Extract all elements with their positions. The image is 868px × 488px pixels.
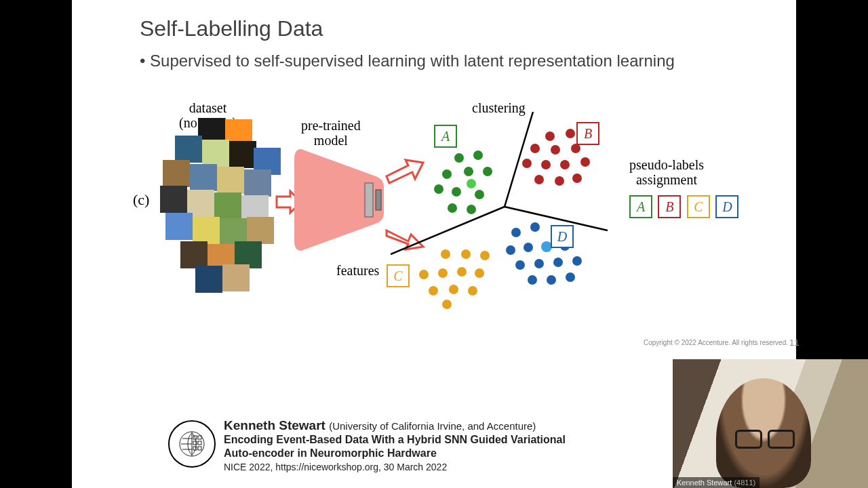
page-number: 11 [789,338,810,348]
cluster-C-dots [404,249,492,310]
pseudo-B: B [658,195,681,218]
speaker-affiliation: (University of California Irvine, and Ac… [329,420,536,432]
dataset-caption-l1: dataset [179,100,237,115]
pseudolabels-l1: pseudo-labels [629,157,704,172]
pseudo-C: C [687,195,710,218]
pseudolabels-row: A B C D [628,195,740,218]
slide-title: Self-Labelling Data [140,16,323,41]
cluster-A-dots [427,146,509,221]
features-label: features [336,263,379,279]
event-line: NICE 2022, https://niceworkshop.org, 30 … [224,460,566,474]
slide-bullet: • Supervised to self-supervised learning… [140,52,675,70]
pseudo-A: A [629,195,652,218]
svg-rect-0 [365,183,373,217]
svg-rect-8 [198,441,201,445]
webcam-feed: Kenneth Stewart (4811) [673,359,868,488]
webcam-name-label: Kenneth Stewart (4811) [673,477,760,488]
cluster-label-C: C [387,264,410,287]
dataset-mosaic [160,115,282,291]
svg-rect-10 [198,447,201,450]
talk-title-l1: Encoding Event-Based Data With a Hybrid … [224,433,566,447]
cluster-label-D: D [551,225,574,248]
webcam-name: Kenneth Stewart [677,479,732,487]
glasses-icon [735,430,795,446]
cluster-label-B: B [576,122,599,145]
copyright-text: Copyright © 2022 Accenture. All rights r… [644,339,788,346]
speaker-name: Kenneth Stewart [224,418,326,432]
model-caption-l1: pre-trained [301,118,361,133]
cluster-label-A: A [434,125,457,148]
svg-rect-6 [198,436,201,439]
svg-rect-1 [376,190,381,210]
talk-title-l2: Auto-encoder in Neuromorphic Hardware [224,447,566,460]
footer-text: Kenneth Stewart (University of Californi… [224,419,566,474]
webcam-id: (4811) [734,479,755,487]
pseudolabels-l2: assignment [629,172,704,187]
pseudolabels-caption: pseudo-labels assignment [629,157,704,187]
conference-logo [168,420,216,468]
pseudo-D: D [715,195,738,218]
panel-letter: (c) [133,191,149,209]
